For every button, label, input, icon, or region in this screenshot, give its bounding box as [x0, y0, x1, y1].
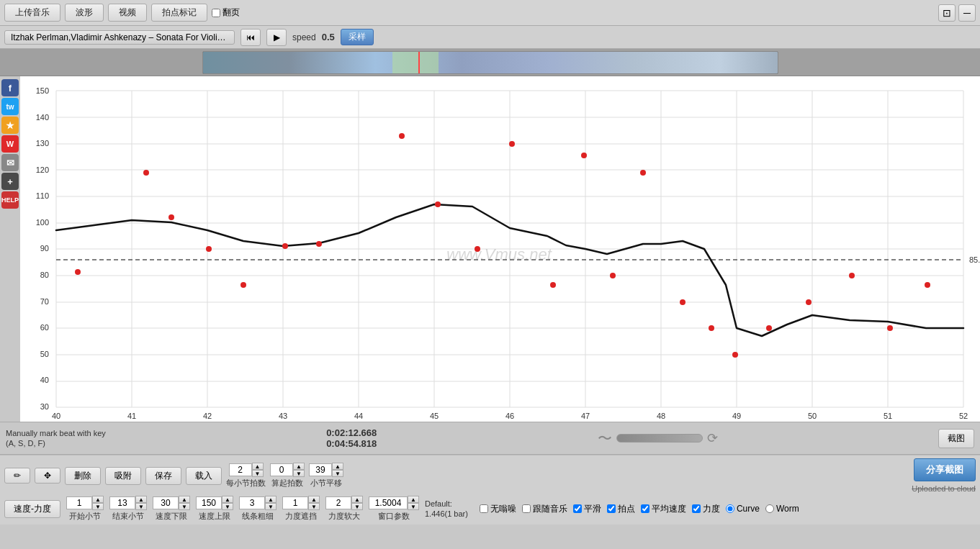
- flip-checkbox-label: 翻页: [212, 6, 240, 19]
- curve-radio[interactable]: [726, 504, 734, 513]
- svg-text:70: 70: [40, 297, 49, 306]
- window-param-group: ▲ ▼ 窗口参数: [369, 496, 419, 522]
- beat-point-checkbox[interactable]: [607, 504, 616, 513]
- restore-btn[interactable]: ⊡: [938, 4, 956, 22]
- rewind-btn[interactable]: ⏮: [240, 29, 261, 46]
- video-btn[interactable]: 视频: [108, 4, 147, 22]
- window-input[interactable]: [369, 496, 408, 509]
- bar-tolerance-up[interactable]: ▲: [332, 463, 343, 470]
- svg-point-76: [849, 273, 855, 278]
- speed-accel-btn[interactable]: 速度-力度: [4, 500, 60, 518]
- speed-min-down[interactable]: ▼: [179, 503, 190, 510]
- play-btn[interactable]: ▶: [266, 29, 287, 46]
- apply-speed-btn[interactable]: 采样: [341, 29, 374, 45]
- svg-point-63: [399, 133, 405, 139]
- beat-snap-down[interactable]: ▼: [293, 470, 305, 477]
- move-btn[interactable]: ✥: [35, 468, 60, 484]
- weibo-icon[interactable]: W: [1, 135, 19, 153]
- svg-text:140: 140: [36, 113, 49, 122]
- smooth-up[interactable]: ▲: [308, 496, 320, 503]
- flip-checkbox[interactable]: [212, 9, 220, 17]
- help-icon[interactable]: HELP: [1, 191, 19, 209]
- speed-max-label: 速度上限: [199, 511, 230, 522]
- window-up[interactable]: ▲: [408, 496, 419, 503]
- end-bar-up[interactable]: ▲: [135, 496, 147, 503]
- svg-text:47: 47: [581, 412, 590, 420]
- beat-snap-input[interactable]: [270, 463, 293, 476]
- plus-icon[interactable]: +: [1, 173, 19, 190]
- svg-text:52: 52: [959, 412, 968, 420]
- waveform-btn[interactable]: 波形: [65, 4, 104, 22]
- beat-snap-up[interactable]: ▲: [293, 463, 305, 470]
- worm-radio[interactable]: [765, 504, 774, 513]
- volume-slider[interactable]: [616, 434, 703, 443]
- start-bar-label: 开始小节: [69, 511, 101, 522]
- smooth-check-text: 平滑: [584, 503, 601, 515]
- beat-snap-label: 算起拍数: [271, 478, 303, 489]
- line-width-down[interactable]: ▼: [265, 503, 277, 510]
- svg-point-75: [806, 299, 812, 305]
- facebook-icon[interactable]: f: [1, 79, 19, 96]
- waveform-container[interactable]: [202, 51, 778, 74]
- follow-music-checkbox[interactable]: [522, 504, 531, 513]
- mail-icon[interactable]: ✉: [1, 154, 19, 171]
- avg-speed-label: 平均速度: [641, 503, 686, 515]
- svg-point-69: [610, 273, 616, 278]
- start-bar-down[interactable]: ▼: [92, 503, 104, 510]
- end-bar-input[interactable]: [109, 496, 135, 509]
- speed-max-up[interactable]: ▲: [222, 496, 233, 503]
- start-bar-input[interactable]: [66, 496, 92, 509]
- speed-max-down[interactable]: ▼: [222, 503, 233, 510]
- social-sidebar: f tw ★ W ✉ + HELP: [0, 76, 20, 422]
- svg-point-66: [509, 141, 515, 147]
- bar-tolerance-input[interactable]: [309, 463, 332, 476]
- top-toolbar: 上传音乐 波形 视频 拍点标记 翻页 ⊡ ─: [0, 0, 980, 26]
- speed-min-input[interactable]: [153, 496, 179, 509]
- svg-text:50: 50: [40, 350, 49, 358]
- star-icon[interactable]: ★: [1, 117, 19, 134]
- erase-btn[interactable]: ✏: [4, 468, 30, 484]
- amplify-input[interactable]: [325, 496, 351, 509]
- svg-text:30: 30: [40, 402, 49, 411]
- window-controls: ⊡ ─: [938, 4, 976, 22]
- line-width-up[interactable]: ▲: [265, 496, 277, 503]
- move-icon: ✥: [44, 471, 51, 481]
- no-mute-label: 无嗡噪: [480, 503, 516, 515]
- smooth-checkbox[interactable]: [573, 504, 582, 513]
- force-checkbox[interactable]: [692, 504, 701, 513]
- twitter-icon[interactable]: tw: [1, 98, 19, 115]
- share-btn[interactable]: 分享截图: [914, 458, 976, 481]
- follow-music-label: 跟随音乐: [522, 503, 567, 515]
- speed-min-up[interactable]: ▲: [179, 496, 190, 503]
- upload-music-btn[interactable]: 上传音乐: [4, 4, 60, 22]
- beat-mark-btn[interactable]: 拍点标记: [151, 4, 207, 22]
- amplify-down[interactable]: ▼: [351, 503, 363, 510]
- smooth-input[interactable]: [282, 496, 308, 509]
- speed-max-input[interactable]: [196, 496, 222, 509]
- import-btn[interactable]: 载入: [186, 467, 222, 485]
- amplify-up[interactable]: ▲: [351, 496, 363, 503]
- end-bar-down[interactable]: ▼: [135, 503, 147, 510]
- attract-btn[interactable]: 吸附: [105, 467, 141, 485]
- line-width-input[interactable]: [239, 496, 265, 509]
- window-down[interactable]: ▼: [408, 503, 419, 510]
- minimize-btn[interactable]: ─: [958, 4, 976, 22]
- chart-svg: 150 140 130 120 110 100 90 80 70 60 50 4…: [20, 76, 980, 422]
- beats-per-bar-down[interactable]: ▼: [252, 470, 264, 477]
- bar-tolerance-down[interactable]: ▼: [332, 470, 343, 477]
- save-btn[interactable]: 保存: [145, 467, 181, 485]
- delete-btn[interactable]: 删除: [65, 467, 101, 485]
- avg-speed-checkbox[interactable]: [641, 504, 649, 513]
- screenshot-btn[interactable]: 截图: [938, 429, 974, 448]
- beats-per-bar-up[interactable]: ▲: [252, 463, 264, 470]
- smooth-down[interactable]: ▼: [308, 503, 320, 510]
- track-bar: Itzhak Perlman,Vladimir Ashkenazy – Sona…: [0, 26, 980, 49]
- svg-text:110: 110: [36, 191, 49, 200]
- svg-point-62: [316, 241, 322, 247]
- svg-point-61: [282, 243, 288, 249]
- start-bar-up[interactable]: ▲: [92, 496, 104, 503]
- beats-per-bar-label: 每小节拍数: [226, 478, 266, 489]
- no-mute-checkbox[interactable]: [480, 504, 488, 513]
- beats-per-bar-input[interactable]: [229, 463, 252, 476]
- beats-per-bar-arrows: ▲ ▼: [252, 463, 264, 477]
